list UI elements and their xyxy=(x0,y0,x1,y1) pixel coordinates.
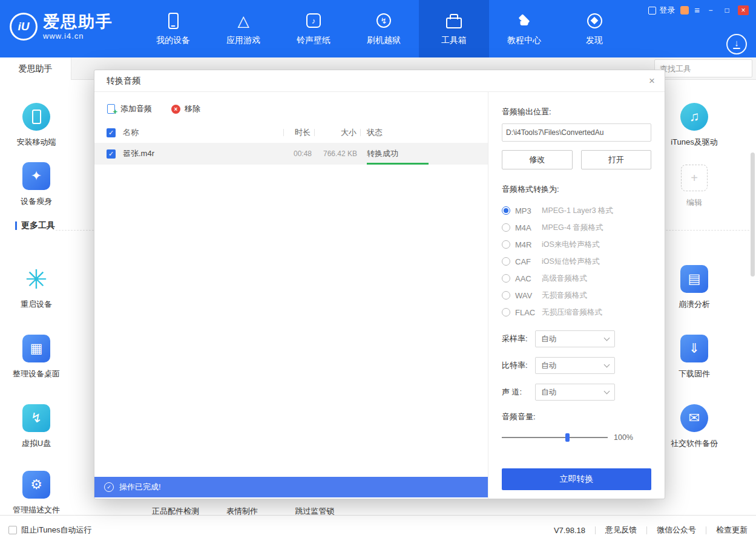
maximize-button[interactable]: □ xyxy=(721,5,732,15)
close-dialog-icon[interactable]: × xyxy=(649,70,655,92)
output-path-field[interactable]: D:\i4Tools7\Files\ConvertedAu xyxy=(502,123,651,142)
format-option-wav[interactable]: WAV 无损音频格式 xyxy=(502,287,651,304)
footer-divider xyxy=(595,526,596,534)
tool-label: 下载固件 xyxy=(658,369,731,379)
check-update-link[interactable]: 检查更新 xyxy=(716,525,748,536)
radio-selected-icon xyxy=(502,206,510,215)
logo-icon: iU xyxy=(10,13,38,41)
format-option-aac[interactable]: AAC 高级音频格式 xyxy=(502,270,651,287)
bit-rate-label: 比特率: xyxy=(502,360,535,371)
select-all-checkbox[interactable]: ✓ xyxy=(107,128,116,137)
bit-rate-select[interactable]: 自动 xyxy=(535,357,615,374)
convert-now-button[interactable]: 立即转换 xyxy=(502,468,651,490)
nav-item-ringtones-wallpapers[interactable]: ♪ 铃声壁纸 xyxy=(278,0,349,57)
table-row[interactable]: ✓ 嚣张.m4r 00:48 766.42 KB 转换成功 xyxy=(94,143,488,165)
nav-item-toolbox[interactable]: 工具箱 xyxy=(419,0,489,57)
graduation-cap-icon xyxy=(515,11,533,30)
download-manager-icon[interactable]: ↓ xyxy=(726,34,747,54)
close-window-button[interactable]: × xyxy=(738,5,749,15)
remove-button[interactable]: × 移除 xyxy=(171,103,200,114)
format-desc: 无损压缩音频格式 xyxy=(542,307,602,318)
format-desc: MPEG-1 Layer3 格式 xyxy=(542,206,613,216)
tool-label: 安装移动端 xyxy=(0,137,73,148)
format-option-mp3[interactable]: MP3 MPEG-1 Layer3 格式 xyxy=(502,202,651,219)
channel-select[interactable]: 自动 xyxy=(535,384,615,401)
format-label: 音频格式转换为: xyxy=(502,184,651,195)
open-button[interactable]: 打开 xyxy=(581,150,652,169)
scrollbar[interactable] xyxy=(751,152,755,277)
format-list: MP3 MPEG-1 Layer3 格式 M4A MPEG-4 音频格式 M4R… xyxy=(502,202,651,321)
tool-crash-analysis[interactable]: ▤ 崩溃分析 xyxy=(658,265,731,310)
list-icon[interactable]: ≡ xyxy=(694,6,700,15)
device-slim-icon: ✦ xyxy=(22,162,50,190)
tool-device-slim[interactable]: ✦ 设备瘦身 xyxy=(0,162,73,207)
nav-item-flash-jailbreak[interactable]: ↯ 刷机越狱 xyxy=(349,0,419,57)
volume-slider[interactable] xyxy=(502,437,608,438)
tool-social-backup[interactable]: ✉ 社交软件备份 xyxy=(658,404,731,449)
nav-item-apps-games[interactable]: △ 应用游戏 xyxy=(208,0,278,57)
volume-slider-handle[interactable] xyxy=(565,433,570,442)
login-label: 登录 xyxy=(659,5,675,16)
column-name: 名称 xyxy=(123,127,283,138)
radio-icon xyxy=(502,291,510,300)
format-code: M4R xyxy=(515,240,537,249)
format-option-caf[interactable]: CAF iOS短信铃声格式 xyxy=(502,253,651,270)
download-bar-icon xyxy=(733,48,740,49)
tool-label: 崩溃分析 xyxy=(658,299,731,310)
nav-item-tutorials[interactable]: 教程中心 xyxy=(489,0,559,57)
nav-label: 教程中心 xyxy=(507,35,541,46)
file-status: 转换成功 xyxy=(361,148,488,159)
itunes-drivers-icon: ♫ xyxy=(680,103,708,131)
chevron-down-icon xyxy=(604,335,610,341)
tool-edit-placeholder[interactable]: + 编辑 xyxy=(658,165,731,208)
format-option-m4a[interactable]: M4A MPEG-4 音频格式 xyxy=(502,219,651,236)
nav-label: 刷机越狱 xyxy=(367,35,401,46)
feedback-link[interactable]: 意见反馈 xyxy=(605,525,637,536)
logo-domain: www.i4.cn xyxy=(43,31,113,41)
format-option-flac[interactable]: FLAC 无损压缩音频格式 xyxy=(502,304,651,321)
restart-device-icon: ✳ xyxy=(22,265,50,293)
nav-label: 发现 xyxy=(586,35,603,46)
tool-itunes-drivers[interactable]: ♫ iTunes及驱动 xyxy=(658,103,731,148)
wechat-link[interactable]: 微信公众号 xyxy=(657,525,696,536)
remove-icon: × xyxy=(171,105,180,114)
tool-search-box xyxy=(654,59,752,77)
modify-button[interactable]: 修改 xyxy=(502,150,573,169)
format-code: AAC xyxy=(515,274,537,283)
top-header: iU 爱思助手 www.i4.cn 我的设备 △ 应用游戏 ♪ 铃声壁纸 ↯ 刷… xyxy=(0,0,756,57)
block-itunes-label: 阻止iTunes自动运行 xyxy=(21,525,92,536)
format-desc: iOS来电铃声格式 xyxy=(542,240,600,250)
tool-label: 编辑 xyxy=(658,197,731,208)
block-itunes-checkbox[interactable] xyxy=(8,526,17,534)
login-button[interactable]: 登录 xyxy=(648,5,675,16)
radio-icon xyxy=(502,257,510,266)
file-duration: 00:48 xyxy=(285,149,315,158)
search-input[interactable] xyxy=(660,64,756,73)
nav-item-my-devices[interactable]: 我的设备 xyxy=(138,0,208,57)
convert-audio-dialog: 转换音频 × 添加音频 × 移除 ✓ 名称 时长 大小 xyxy=(94,70,665,499)
status-footer: 阻止iTunes自动运行 V7.98.18 意见反馈 微信公众号 检查更新 xyxy=(0,515,756,544)
sample-rate-select[interactable]: 自动 xyxy=(535,330,615,347)
gift-icon[interactable] xyxy=(680,6,689,15)
crash-analysis-icon: ▤ xyxy=(680,265,708,293)
format-option-m4r[interactable]: M4R iOS来电铃声格式 xyxy=(502,236,651,253)
window-controls: 登录 ≡ − □ × xyxy=(648,5,749,16)
main-nav: 我的设备 △ 应用游戏 ♪ 铃声壁纸 ↯ 刷机越狱 工具箱 教程中心 xyxy=(138,0,629,57)
tool-install-mobile[interactable]: 安装移动端 xyxy=(0,103,73,148)
radio-icon xyxy=(502,240,510,249)
tab-aisi-assistant[interactable]: 爱思助手 xyxy=(0,57,71,80)
tool-virtual-usb[interactable]: ↯ 虚拟U盘 xyxy=(0,404,73,449)
format-desc: 无损音频格式 xyxy=(542,290,587,301)
tool-organize-desktop[interactable]: ▦ 整理设备桌面 xyxy=(0,335,73,379)
tool-restart-device[interactable]: ✳ 重启设备 xyxy=(0,265,73,310)
format-code: WAV xyxy=(515,291,537,300)
volume-label: 音频音量: xyxy=(502,411,651,422)
tool-download-firmware[interactable]: ⇓ 下载固件 xyxy=(658,335,731,379)
nav-item-discover[interactable]: 发现 xyxy=(559,0,629,57)
row-checkbox[interactable]: ✓ xyxy=(107,149,116,159)
tool-label: 整理设备桌面 xyxy=(0,369,73,379)
dialog-title: 转换音频 xyxy=(107,76,140,87)
tool-manage-profiles[interactable]: ⚙ 管理描述文件 xyxy=(0,471,73,516)
minimize-button[interactable]: − xyxy=(705,5,716,15)
add-audio-button[interactable]: 添加音频 xyxy=(107,103,152,114)
